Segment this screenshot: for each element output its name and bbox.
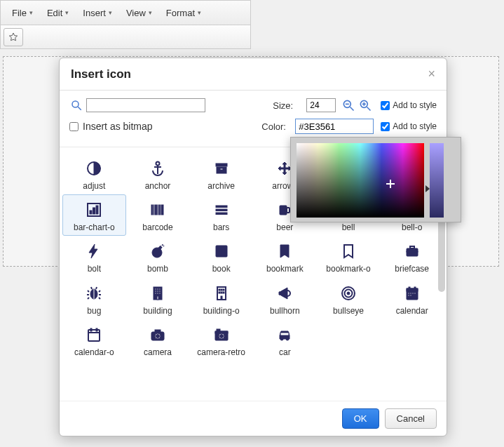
- ok-button[interactable]: OK: [342, 408, 379, 429]
- icon-option-building[interactable]: building: [126, 278, 190, 319]
- icon-option-book[interactable]: book: [189, 236, 253, 277]
- bolt-icon: [83, 241, 104, 262]
- icon-option-archive[interactable]: archive: [189, 153, 253, 194]
- hue-arrow-icon: [425, 185, 430, 192]
- color-label: Color:: [261, 121, 295, 132]
- briefcase-icon: [402, 241, 423, 262]
- star-icon: [8, 32, 19, 43]
- caret-icon: ▾: [29, 9, 33, 16]
- icon-option-camera[interactable]: camera: [126, 319, 190, 361]
- icon-label: building: [143, 307, 172, 316]
- anchor-icon: [147, 158, 168, 179]
- zoom-out-icon[interactable]: [340, 98, 357, 113]
- svg-point-0: [72, 101, 79, 107]
- caret-icon: ▾: [149, 9, 152, 16]
- hue-slider[interactable]: [430, 143, 444, 218]
- icon-option-bug[interactable]: bug: [62, 278, 126, 319]
- color-input[interactable]: [295, 119, 374, 134]
- camera-icon: [147, 324, 168, 345]
- icon-option-bookmark[interactable]: bookmark: [253, 236, 317, 277]
- svg-line-8: [367, 107, 371, 111]
- bug-icon: [83, 283, 104, 304]
- bar-chart-o-icon: [83, 199, 104, 220]
- saturation-value-panel[interactable]: [297, 143, 424, 218]
- add-to-style-color[interactable]: Add to style: [381, 121, 437, 131]
- add-to-style-size-checkbox[interactable]: [381, 101, 390, 110]
- icon-option-calendar-o[interactable]: calendar-o: [62, 319, 126, 361]
- icon-label: bolt: [88, 265, 101, 274]
- insert-bitmap-checkbox[interactable]: [69, 122, 79, 131]
- menu-insert[interactable]: Insert▾: [76, 4, 119, 22]
- icon-option-bolt[interactable]: bolt: [62, 236, 126, 277]
- dialog-footer: OK Cancel: [60, 401, 447, 436]
- icon-label: calendar-o: [74, 348, 114, 357]
- zoom-in-icon[interactable]: [357, 98, 374, 113]
- adjust-icon: [83, 158, 104, 179]
- caret-icon: ▾: [109, 9, 112, 16]
- bullseye-icon: [338, 283, 359, 304]
- icon-option-adjust[interactable]: adjust: [62, 153, 126, 194]
- icon-option-bars[interactable]: bars: [189, 194, 253, 236]
- icon-label: camera: [144, 348, 172, 357]
- sv-cursor-icon: [386, 180, 395, 188]
- bookmark-o-icon: [338, 241, 359, 262]
- icon-option-briefcase[interactable]: briefcase: [380, 236, 444, 277]
- bookmark-icon: [274, 241, 295, 262]
- icon-option-car[interactable]: car: [253, 319, 317, 361]
- insert-bitmap-option[interactable]: Insert as bitmap: [69, 121, 153, 132]
- icon-option-bar-chart-o[interactable]: bar-chart-o: [62, 194, 126, 236]
- size-input[interactable]: [306, 98, 336, 112]
- color-picker[interactable]: [290, 137, 461, 222]
- icon-option-bomb[interactable]: bomb: [126, 236, 190, 277]
- menubar: File▾ Edit▾ Insert▾ View▾ Format▾: [0, 0, 251, 25]
- close-icon[interactable]: ×: [428, 67, 435, 81]
- car-icon: [274, 324, 295, 345]
- icon-label: car: [279, 348, 291, 357]
- menu-edit[interactable]: Edit▾: [40, 4, 76, 22]
- search-input[interactable]: [86, 98, 205, 112]
- menu-view[interactable]: View▾: [119, 4, 159, 22]
- icon-label: archive: [207, 182, 235, 191]
- camera-retro-icon: [211, 324, 232, 345]
- svg-line-1: [78, 107, 81, 110]
- search-icon: [69, 98, 83, 112]
- icon-option-anchor[interactable]: anchor: [126, 153, 190, 194]
- insert-icon-dialog: Insert icon × Size: Add to style: [59, 58, 447, 436]
- svg-line-4: [350, 107, 354, 111]
- icon-option-bullseye[interactable]: bullseye: [317, 278, 381, 319]
- icon-option-building-o[interactable]: building-o: [189, 278, 253, 319]
- icon-label: beer: [276, 223, 293, 232]
- icon-label: adjust: [83, 182, 105, 191]
- icon-label: bug: [87, 307, 101, 316]
- icon-label: book: [212, 265, 231, 274]
- icon-label: bell: [342, 223, 355, 232]
- icon-label: bookmark: [266, 265, 304, 274]
- archive-icon: [211, 158, 232, 179]
- building-icon: [147, 283, 168, 304]
- cancel-button[interactable]: Cancel: [385, 408, 437, 429]
- icon-option-camera-retro[interactable]: camera-retro: [189, 319, 253, 361]
- icon-label: barcode: [142, 223, 172, 232]
- star-button[interactable]: [4, 28, 23, 46]
- icon-label: bookmark-o: [326, 265, 370, 274]
- menu-file[interactable]: File▾: [5, 4, 40, 22]
- add-to-style-size[interactable]: Add to style: [381, 100, 437, 110]
- caret-icon: ▾: [198, 9, 201, 16]
- icon-label: bars: [213, 223, 229, 232]
- dialog-header: Insert icon ×: [60, 58, 447, 91]
- icon-option-calendar[interactable]: calendar: [380, 278, 444, 319]
- building-o-icon: [211, 283, 232, 304]
- icon-label: calendar: [396, 307, 428, 316]
- bomb-icon: [147, 241, 168, 262]
- add-to-style-color-checkbox[interactable]: [381, 122, 390, 131]
- barcode-icon: [147, 199, 168, 220]
- icon-label: bullseye: [333, 307, 364, 316]
- dialog-title: Insert icon: [71, 67, 131, 81]
- icon-label: camera-retro: [197, 348, 245, 357]
- icon-option-barcode[interactable]: barcode: [126, 194, 190, 236]
- icon-option-bullhorn[interactable]: bullhorn: [253, 278, 317, 319]
- icon-option-bookmark-o[interactable]: bookmark-o: [317, 236, 381, 277]
- icon-label: bomb: [147, 265, 168, 274]
- icon-label: bullhorn: [270, 307, 300, 316]
- menu-format[interactable]: Format▾: [159, 4, 208, 22]
